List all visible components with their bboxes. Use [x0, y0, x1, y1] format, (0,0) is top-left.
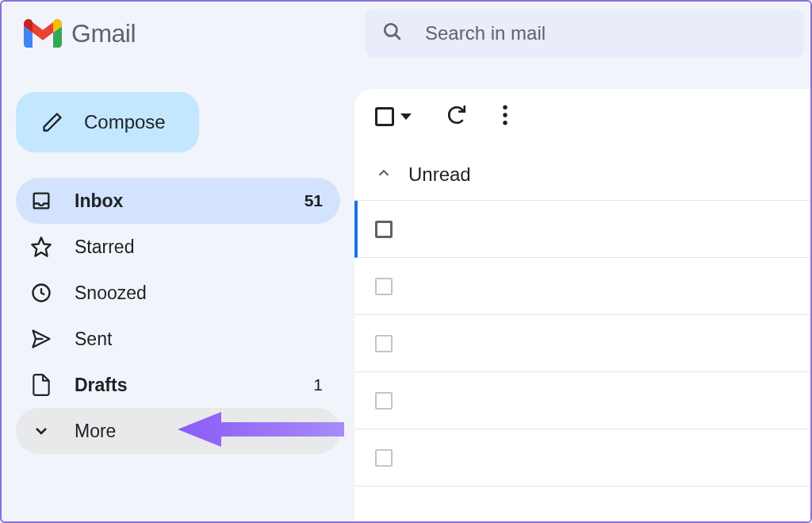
sidebar-item-drafts[interactable]: Drafts 1 [16, 362, 340, 408]
mail-row[interactable] [354, 258, 810, 315]
clock-icon [30, 282, 52, 304]
unread-section-header[interactable]: Unread [354, 146, 810, 200]
gmail-logo-icon [24, 19, 62, 48]
svg-line-1 [396, 35, 400, 40]
search-icon [382, 21, 403, 45]
caret-down-icon [400, 113, 412, 120]
row-checkbox[interactable] [375, 449, 393, 467]
sidebar-item-label: Sent [75, 329, 323, 350]
pencil-icon [41, 111, 63, 133]
compose-button[interactable]: Compose [16, 92, 199, 152]
svg-marker-2 [32, 237, 50, 256]
sidebar: Compose Inbox 51 Starred Snoozed S [2, 65, 354, 521]
mail-row[interactable] [354, 315, 810, 372]
sidebar-item-sent[interactable]: Sent [16, 316, 340, 362]
svg-point-8 [503, 113, 507, 117]
svg-point-7 [503, 106, 507, 110]
row-checkbox[interactable] [375, 392, 393, 410]
chevron-up-icon [375, 164, 393, 185]
select-all-checkbox[interactable] [375, 107, 412, 126]
chevron-down-icon [30, 420, 52, 442]
sidebar-item-snoozed[interactable]: Snoozed [16, 270, 340, 316]
sidebar-item-more[interactable]: More [16, 408, 340, 454]
file-icon [30, 374, 52, 396]
star-icon [30, 236, 52, 258]
mail-row[interactable] [354, 201, 810, 258]
mail-toolbar [354, 89, 810, 146]
svg-point-0 [385, 24, 396, 36]
mail-row[interactable] [354, 429, 810, 486]
checkbox-icon [375, 107, 394, 126]
app-name: Gmail [71, 19, 136, 48]
inbox-count: 51 [304, 191, 323, 210]
refresh-button[interactable] [446, 105, 467, 129]
compose-label: Compose [84, 111, 166, 133]
sidebar-item-label: Starred [75, 237, 323, 258]
search-input[interactable] [425, 22, 787, 44]
row-checkbox[interactable] [375, 278, 393, 295]
sidebar-item-inbox[interactable]: Inbox 51 [16, 178, 340, 224]
drafts-count: 1 [313, 375, 323, 394]
inbox-icon [30, 190, 52, 212]
app-logo-wrap: Gmail [24, 19, 365, 48]
search-bar[interactable] [365, 9, 804, 58]
sidebar-item-label: More [75, 421, 323, 442]
unread-label: Unread [408, 163, 471, 186]
row-checkbox[interactable] [375, 221, 393, 238]
mail-row[interactable] [354, 372, 810, 429]
sidebar-item-label: Snoozed [75, 283, 323, 304]
more-actions-button[interactable] [502, 105, 508, 129]
sidebar-item-label: Inbox [75, 190, 282, 212]
row-checkbox[interactable] [375, 335, 393, 352]
send-icon [30, 328, 52, 350]
sidebar-item-starred[interactable]: Starred [16, 224, 340, 270]
sidebar-item-label: Drafts [75, 375, 291, 396]
mail-list [354, 200, 810, 486]
svg-point-9 [503, 121, 507, 125]
mail-content: Unread [354, 89, 810, 521]
